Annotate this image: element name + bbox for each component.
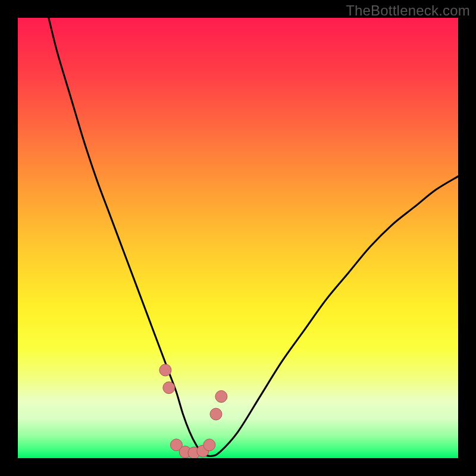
chart-frame: TheBottleneck.com bbox=[0, 0, 476, 476]
watermark-text: TheBottleneck.com bbox=[346, 2, 470, 19]
data-marker bbox=[215, 390, 227, 402]
data-marker bbox=[163, 382, 175, 394]
data-marker bbox=[159, 364, 171, 376]
gradient-background bbox=[18, 18, 458, 458]
data-marker bbox=[210, 408, 222, 420]
data-marker bbox=[203, 439, 215, 451]
plot-area bbox=[18, 18, 458, 458]
bottleneck-chart-svg bbox=[18, 18, 458, 458]
